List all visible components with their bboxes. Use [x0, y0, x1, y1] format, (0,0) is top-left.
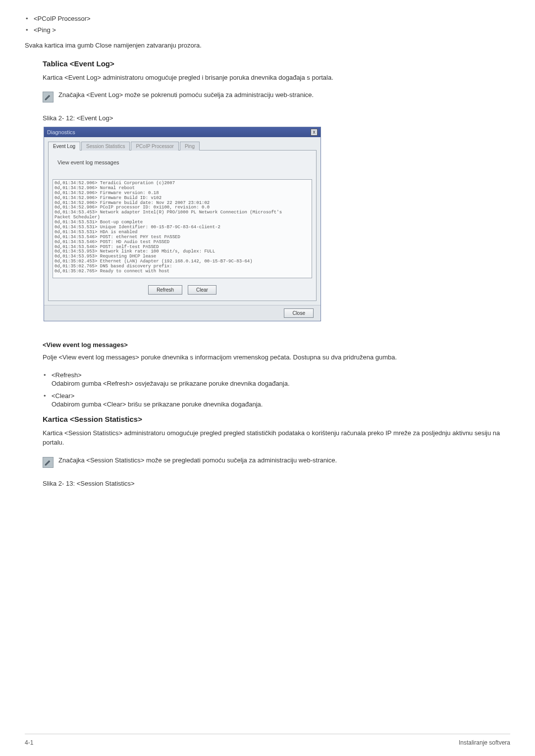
tab-panel-event-log: View event log messages 0d,01:34:52.906>… — [48, 151, 317, 301]
dialog-title-text: Diagnostics — [47, 129, 75, 135]
event-log-textarea[interactable]: 0d,01:34:52.906> Teradici Corporation (c… — [53, 179, 312, 278]
close-button[interactable]: Close — [284, 308, 314, 318]
bullet-pcoip-processor: <PCoIP Processor> — [25, 15, 510, 22]
page-footer: 4-1 Instaliranje softvera — [25, 734, 510, 746]
pencil-note-icon — [43, 457, 54, 468]
dialog-tabs: Event Log Session Statistics PCoIP Proce… — [48, 141, 317, 151]
pencil-note-icon — [43, 92, 54, 102]
note-text-session-statistics: Značajka <Session Statistics> može se pr… — [58, 456, 337, 464]
tab-pcoip-processor[interactable]: PCoIP Processor — [131, 142, 179, 151]
bullet-refresh: <Refresh> — [43, 371, 500, 379]
dialog-close-button[interactable]: x — [311, 129, 318, 136]
desc-clear: Odabirom gumba <Clear> brišu se prikazan… — [43, 401, 500, 408]
tab-session-statistics[interactable]: Session Statistics — [81, 142, 130, 151]
panel-title: View event log messages — [57, 159, 312, 165]
top-bullet-list: <PCoIP Processor> <Ping > — [25, 15, 510, 34]
section2-desc: Polje <View event log messages> poruke d… — [43, 353, 500, 362]
footer-section-title: Instaliranje softvera — [459, 739, 510, 746]
note-row-event-log: Značajka <Event Log> može se pokrenuti p… — [43, 91, 500, 102]
refresh-clear-list: <Refresh> Odabirom gumba <Refresh> osvje… — [43, 371, 500, 408]
section-heading-session-statistics: Kartica <Session Statistics> — [43, 415, 500, 423]
figure-caption-event-log: Slika 2- 12: <Event Log> — [43, 114, 500, 122]
intro-paragraph: Svaka kartica ima gumb Close namijenjen … — [25, 41, 510, 50]
note-text-event-log: Značajka <Event Log> može se pokrenuti p… — [58, 91, 314, 99]
footer-page-number: 4-1 — [25, 739, 33, 746]
clear-button[interactable]: Clear — [188, 285, 216, 295]
refresh-button[interactable]: Refresh — [148, 285, 182, 295]
bullet-ping: <Ping > — [25, 26, 510, 34]
section-heading-event-log: Tablica <Event Log> — [43, 59, 500, 68]
subheading-view-event-log: <View event log messages> — [43, 341, 500, 349]
bullet-clear: <Clear> — [43, 392, 500, 400]
dialog-titlebar: Diagnostics x — [44, 127, 321, 137]
note-row-session-statistics: Značajka <Session Statistics> može se pr… — [43, 456, 500, 468]
section1-desc: Kartica <Event Log> administratoru omogu… — [43, 73, 500, 83]
section3-desc: Kartica <Session Statistics> administrat… — [43, 428, 500, 448]
tab-ping[interactable]: Ping — [180, 142, 200, 151]
figure-caption-session-statistics: Slika 2- 13: <Session Statistics> — [43, 480, 500, 487]
desc-refresh: Odabirom gumba <Refresh> osvježavaju se … — [43, 380, 500, 387]
diagnostics-dialog: Diagnostics x Event Log Session Statisti… — [44, 127, 321, 321]
tab-event-log[interactable]: Event Log — [48, 142, 80, 151]
